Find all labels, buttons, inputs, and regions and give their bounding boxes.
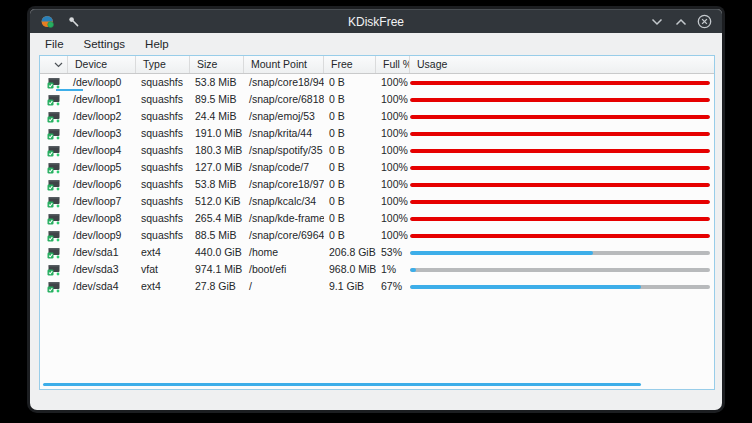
pin-icon[interactable]: [67, 15, 80, 28]
menu-settings[interactable]: Settings: [74, 36, 136, 52]
table-row[interactable]: /dev/loop1 squashfs 89.5 MiB /snap/core/…: [40, 91, 714, 108]
minimize-button[interactable]: [649, 14, 664, 29]
usage-cell: [410, 108, 714, 125]
titlebar[interactable]: KDiskFree: [30, 9, 722, 33]
table-row[interactable]: /dev/loop6 squashfs 53.8 MiB /snap/core1…: [40, 176, 714, 193]
column-header-size[interactable]: Size: [190, 56, 244, 73]
size-cell: 88.5 MiB: [190, 227, 244, 244]
device-cell: /dev/sda3: [68, 261, 136, 278]
device-icon-cell: [40, 261, 68, 278]
column-header-full[interactable]: Full %: [376, 56, 410, 73]
device-cell: /dev/sda1: [68, 244, 136, 261]
type-cell: squashfs: [136, 142, 190, 159]
mount-point-cell: /snap/code/7: [244, 159, 324, 176]
column-header-device[interactable]: Device: [68, 56, 136, 73]
mounted-drive-icon: [47, 179, 60, 191]
type-cell: squashfs: [136, 108, 190, 125]
usage-bar-track: [410, 115, 710, 119]
free-cell: 9.1 GiB: [324, 278, 376, 295]
menu-help[interactable]: Help: [135, 36, 179, 52]
usage-bar-track: [410, 132, 710, 136]
mount-point-cell: /snap/core18/970: [244, 176, 324, 193]
mounted-drive-icon: [47, 213, 60, 225]
type-cell: squashfs: [136, 210, 190, 227]
free-cell: 0 B: [324, 74, 376, 91]
device-icon-cell: [40, 193, 68, 210]
close-button[interactable]: [697, 14, 712, 29]
mounted-drive-icon: [47, 162, 60, 174]
content-area: Device Type Size Mount Point Free Full %…: [30, 54, 722, 410]
type-cell: squashfs: [136, 91, 190, 108]
usage-cell: [410, 227, 714, 244]
size-cell: 27.8 GiB: [190, 278, 244, 295]
usage-cell: [410, 159, 714, 176]
device-cell: /dev/loop6: [68, 176, 136, 193]
free-cell: 0 B: [324, 227, 376, 244]
device-cell: /dev/loop7: [68, 193, 136, 210]
device-cell: /dev/loop9: [68, 227, 136, 244]
usage-bar-track: [410, 268, 710, 272]
table-row[interactable]: /dev/loop3 squashfs 191.0 MiB /snap/krit…: [40, 125, 714, 142]
current-item-focus-indicator: [56, 89, 83, 91]
sort-ascending-icon: [54, 62, 63, 68]
device-cell: /dev/loop2: [68, 108, 136, 125]
device-icon-cell: [40, 210, 68, 227]
mounted-drive-icon: [47, 281, 60, 293]
full-percent-cell: 100%: [376, 159, 410, 176]
type-cell: ext4: [136, 244, 190, 261]
table-row[interactable]: /dev/sda1 ext4 440.0 GiB /home 206.8 GiB…: [40, 244, 714, 261]
menu-file[interactable]: File: [35, 36, 74, 52]
device-icon-cell: [40, 244, 68, 261]
usage-bar-fill: [410, 183, 710, 187]
size-cell: 440.0 GiB: [190, 244, 244, 261]
table-row[interactable]: /dev/loop9 squashfs 88.5 MiB /snap/core/…: [40, 227, 714, 244]
full-percent-cell: 100%: [376, 210, 410, 227]
table-row[interactable]: /dev/sda4 ext4 27.8 GiB / 9.1 GiB 67%: [40, 278, 714, 295]
usage-bar-track: [410, 234, 710, 238]
usage-bar-fill: [410, 98, 710, 102]
mount-point-cell: /boot/efi: [244, 261, 324, 278]
full-percent-cell: 100%: [376, 125, 410, 142]
table-body: /dev/loop0 squashfs 53.8 MiB /snap/core1…: [40, 74, 714, 295]
free-cell: 0 B: [324, 108, 376, 125]
table-row[interactable]: /dev/loop4 squashfs 180.3 MiB /snap/spot…: [40, 142, 714, 159]
device-cell: /dev/loop5: [68, 159, 136, 176]
type-cell: ext4: [136, 278, 190, 295]
usage-bar-fill: [410, 217, 710, 221]
usage-cell: [410, 74, 714, 91]
usage-bar-fill: [410, 81, 710, 85]
column-header-type[interactable]: Type: [136, 56, 190, 73]
table-row[interactable]: /dev/loop8 squashfs 265.4 MiB /snap/kde-…: [40, 210, 714, 227]
usage-bar-track: [410, 251, 710, 255]
chevron-up-icon: [675, 18, 687, 26]
table-row[interactable]: /dev/loop5 squashfs 127.0 MiB /snap/code…: [40, 159, 714, 176]
column-header-usage[interactable]: Usage: [410, 56, 714, 73]
full-percent-cell: 100%: [376, 142, 410, 159]
usage-cell: [410, 210, 714, 227]
table-row[interactable]: /dev/sda3 vfat 974.1 MiB /boot/efi 968.0…: [40, 261, 714, 278]
table-row[interactable]: /dev/loop2 squashfs 24.4 MiB /snap/emoj/…: [40, 108, 714, 125]
device-icon-cell: [40, 278, 68, 295]
mount-point-cell: /snap/core/6818: [244, 91, 324, 108]
column-header-icon[interactable]: [40, 56, 68, 73]
usage-cell: [410, 91, 714, 108]
type-cell: squashfs: [136, 74, 190, 91]
full-percent-cell: 67%: [376, 278, 410, 295]
usage-bar-fill: [410, 115, 710, 119]
type-cell: squashfs: [136, 125, 190, 142]
column-header-free[interactable]: Free: [324, 56, 376, 73]
table-row[interactable]: /dev/loop7 squashfs 512.0 KiB /snap/kcal…: [40, 193, 714, 210]
usage-bar-track: [410, 200, 710, 204]
size-cell: 89.5 MiB: [190, 91, 244, 108]
mount-point-cell: /snap/core18/941: [244, 74, 324, 91]
type-cell: vfat: [136, 261, 190, 278]
column-header-mount-point[interactable]: Mount Point: [244, 56, 324, 73]
maximize-button[interactable]: [673, 14, 688, 29]
size-cell: 191.0 MiB: [190, 125, 244, 142]
horizontal-scrollbar[interactable]: [43, 383, 641, 386]
table-row[interactable]: /dev/loop0 squashfs 53.8 MiB /snap/core1…: [40, 74, 714, 91]
free-cell: 0 B: [324, 210, 376, 227]
usage-bar-fill: [410, 268, 416, 272]
usage-cell: [410, 176, 714, 193]
device-icon-cell: [40, 176, 68, 193]
